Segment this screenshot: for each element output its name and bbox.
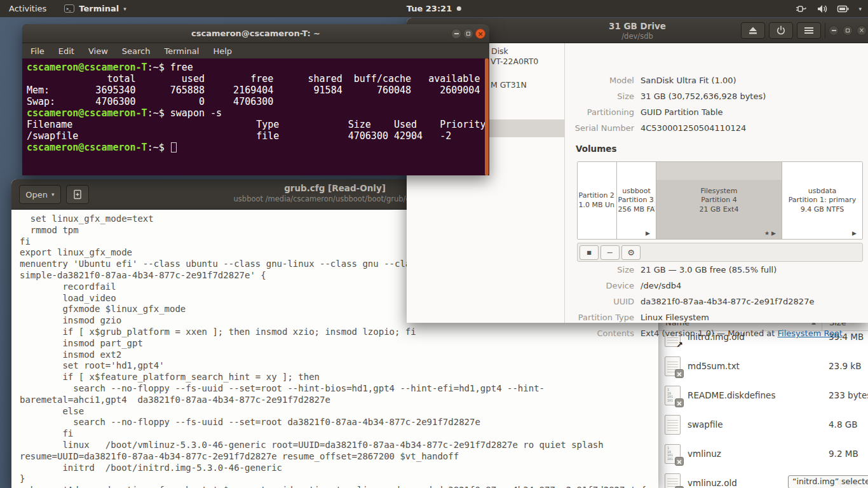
close-button[interactable]: × (475, 29, 485, 39)
prompt-user-host: cscameron@cscameron-T (27, 62, 147, 73)
partition-label: 256 MB FAT (618, 205, 655, 215)
no-access-emblem-icon (675, 457, 684, 466)
app-menu-label: Terminal (79, 4, 119, 13)
prompt-suffix: :~$ (147, 142, 170, 153)
power-icon (776, 25, 786, 36)
code-line: } (20, 473, 658, 485)
code-line: else (20, 406, 658, 417)
maximize-button[interactable] (843, 25, 853, 36)
partition-label: usbdata (808, 187, 836, 196)
partition-segment[interactable]: usbdataPartition 1: primary9.4 GB NTFS▶ (782, 162, 862, 239)
terminal-output-line: Swap: 4706300 0 4706300 (27, 96, 489, 107)
terminal-output-line: total used free shared buff/cache availa… (27, 73, 489, 85)
terminal-output-line: Filename Type Size Used Priority (27, 119, 489, 130)
partition-options-button[interactable]: ⚙ (621, 245, 641, 260)
terminal-menu-view[interactable]: View (88, 46, 108, 56)
battery-icon (837, 4, 850, 14)
terminal-titlebar[interactable]: cscameron@cscameron-T: ~ × (22, 24, 489, 43)
clock-menu[interactable]: Tue 23:21 (407, 4, 461, 13)
file-size: 23.9 kB (829, 361, 861, 371)
terminal-title: cscameron@cscameron-T: ~ (191, 29, 320, 38)
power-off-button[interactable] (769, 22, 793, 39)
drive-detail-row: ModelSanDisk Ultra Fit (1.00) (566, 72, 864, 88)
eject-icon (748, 26, 758, 35)
prompt-suffix: :~$ (147, 107, 170, 119)
file-name: md5sum.txt (688, 361, 740, 371)
drive-detail-row: PartitioningGUID Partition Table (566, 104, 864, 120)
volume-detail-label: Contents (566, 329, 641, 338)
volume-detail-value: Ext4 (version 1.0) — Mounted at Filesyst… (641, 329, 843, 338)
system-status-area[interactable]: ▾ (795, 0, 862, 17)
volumes-heading: Volumes (576, 144, 616, 154)
chevron-down-icon: ▾ (51, 191, 55, 198)
partition-flags: ▶ (852, 230, 858, 236)
terminal-scrollbar[interactable] (485, 58, 489, 175)
terminal-menu-help[interactable]: Help (213, 46, 232, 56)
drive-detail-value: 31 GB (30,752,636,928 bytes) (641, 92, 766, 101)
activities-button[interactable]: Activities (0, 0, 55, 17)
partition-label: Partition 4 (701, 196, 736, 205)
command-text: free (170, 62, 193, 73)
volumes-bar: Partition 2...1.0 MB Un...usbbootPartiti… (577, 161, 863, 240)
drive-detail-label: Serial Number (566, 123, 641, 133)
minimize-button[interactable] (829, 25, 839, 36)
eject-button[interactable] (741, 22, 765, 39)
partition-flags: ★▶ (764, 230, 778, 236)
app-menu-button[interactable] (797, 22, 821, 39)
file-row[interactable]: README.diskdefines233 bytes (658, 381, 868, 410)
partition-label: 21 GB Ext4 (700, 205, 739, 215)
close-button[interactable]: × (857, 25, 867, 36)
volume-detail-value: 21 GB — 3.0 GB free (85.5% full) (641, 265, 776, 274)
partition-segment[interactable]: FilesystemPartition 421 GB Ext4★▶ (656, 162, 782, 239)
terminal-menu-search[interactable]: Search (122, 46, 151, 56)
terminal-prompt-line: cscameron@cscameron-T:~$ (27, 142, 489, 153)
partition-label: Filesystem (700, 187, 737, 196)
app-menu[interactable]: >_ Terminal ▾ (64, 4, 126, 13)
drive-detail-label: Size (566, 92, 641, 101)
terminal-prompt-line: cscameron@cscameron-T:~$ swapon -s (27, 107, 489, 119)
code-line: initrd /boot/initrd.img-5.3.0-46-generic (20, 463, 658, 474)
partition-label: 9.4 GB NTFS (801, 205, 844, 215)
new-document-button[interactable] (66, 185, 89, 204)
top-bar: Activities >_ Terminal ▾ Tue 23:21 ▾ (0, 0, 868, 17)
drive-detail-row: Size31 GB (30,752,636,928 bytes) (566, 88, 864, 104)
drive-detail-value: 4C530001250504110124 (641, 123, 746, 133)
no-access-emblem-icon (675, 398, 684, 407)
prompt-user-host: cscameron@cscameron-T (27, 142, 147, 153)
terminal-menu-edit[interactable]: Edit (58, 46, 74, 56)
minimize-button[interactable] (451, 29, 461, 39)
volume-detail-row: UUIDda3821f0-87aa-4b34-877c-2e91f7d2827e (566, 294, 864, 309)
filesystem-root-link[interactable]: Filesystem Root (778, 329, 843, 338)
partition-segment[interactable]: usbbootPartition 3...256 MB FAT▶ (617, 162, 656, 239)
file-size: 233 bytes (829, 390, 868, 400)
sidebar-device-text[interactable]: VT-22A0RT0 (491, 57, 538, 66)
terminal-menu-file[interactable]: File (31, 46, 44, 56)
binary-file-icon (665, 444, 681, 464)
terminal-output-line: /swapfile file 4706300 42904 -2 (27, 130, 489, 142)
sidebar-device-text[interactable]: Disk (491, 46, 508, 56)
terminal-prompt-line: cscameron@cscameron-T:~$ free (27, 62, 489, 73)
terminal-content[interactable]: cscameron@cscameron-T:~$ free total used… (22, 58, 489, 175)
drive-detail-value: SanDisk Ultra Fit (1.00) (641, 76, 736, 85)
file-row[interactable]: vmlinuz9.2 MB (658, 439, 868, 468)
open-button-label: Open (25, 190, 48, 200)
volume-detail-label: UUID (566, 297, 641, 306)
terminal-menu-terminal[interactable]: Terminal (164, 46, 199, 56)
file-list: ↗initrd.img.old39.4 MBmd5sum.txt23.9 kBR… (658, 331, 868, 488)
partition-label: Partition 2... (579, 191, 616, 201)
maximize-button[interactable] (463, 29, 473, 39)
delete-partition-button[interactable]: − (600, 245, 620, 260)
file-row[interactable]: swapfile4.8 GB (658, 410, 868, 439)
code-line: insmod part_gpt (20, 338, 658, 349)
partition-segment[interactable]: Partition 2...1.0 MB Un... (578, 162, 617, 239)
binary-file-icon (665, 386, 681, 405)
file-row[interactable]: md5sum.txt23.9 kB (658, 351, 868, 381)
volume-detail-row: Size21 GB — 3.0 GB free (85.5% full) (566, 262, 864, 278)
volume-toolbar: ■ − ⚙ (577, 243, 863, 262)
drive-detail-row: Serial Number4C530001250504110124 (566, 120, 864, 136)
sidebar-device-text[interactable]: M GT31N (491, 80, 527, 90)
open-button[interactable]: Open ▾ (19, 185, 61, 204)
volume-detail-label: Size (566, 265, 641, 274)
power-plug-icon (795, 4, 808, 14)
unmount-button[interactable]: ■ (580, 245, 599, 260)
